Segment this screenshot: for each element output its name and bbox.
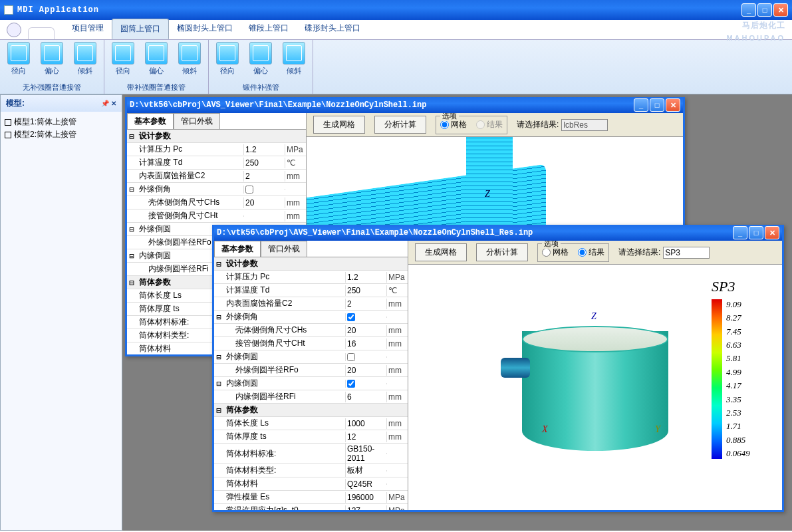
param-row[interactable]: 接管侧倒角尺寸CHt16mm (214, 337, 408, 350)
param-value[interactable]: 1000 (345, 418, 386, 429)
param-row[interactable]: 内表面腐蚀裕量C22mm (214, 297, 408, 311)
param-value[interactable]: 20 (345, 325, 386, 336)
result-select[interactable] (663, 247, 710, 259)
quick-access[interactable] (28, 27, 55, 39)
expand-icon[interactable]: ⊟ (214, 259, 223, 269)
child-minimize[interactable]: _ (733, 226, 747, 239)
radio-result[interactable]: 结果 (476, 119, 503, 130)
param-grid[interactable]: ⊟设计参数计算压力 Pc1.2MPa计算温度 Td250℃内表面腐蚀裕量C22m… (214, 257, 408, 510)
param-row[interactable]: 筒体长度 Ls1000mm (214, 417, 408, 430)
param-checkbox[interactable] (245, 186, 253, 194)
param-row[interactable]: 弹性模量 Es196000MPa (214, 491, 408, 504)
param-row[interactable]: 筒体材料Q245R (214, 477, 408, 491)
ribbon-button[interactable]: 偏心 (247, 42, 274, 81)
param-row[interactable]: 外缘倒圆半径RFo20mm (214, 364, 408, 377)
expand-icon[interactable]: ⊟ (214, 313, 223, 322)
param-row[interactable]: ⊟外缘倒角 (127, 183, 306, 196)
menu-item[interactable]: 椭圆封头上管口 (169, 19, 241, 39)
param-value[interactable]: 250 (345, 285, 386, 296)
param-row[interactable]: 计算压力 Pc1.2MPa (214, 271, 408, 284)
ribbon-button[interactable]: 径向 (5, 42, 32, 81)
expand-icon[interactable]: ⊟ (127, 251, 136, 261)
param-value[interactable]: 16 (345, 338, 386, 349)
child-close[interactable]: ✕ (765, 226, 779, 239)
param-row[interactable]: 筒体材料类型:板材 (214, 464, 408, 477)
param-value[interactable]: 板材 (345, 464, 386, 477)
param-row[interactable]: 筒体材料标准:GB150-2011 (214, 444, 408, 464)
param-checkbox[interactable] (347, 353, 355, 361)
tree-item[interactable]: 模型2:筒体上接管 (5, 128, 118, 141)
checkbox-icon[interactable] (5, 119, 11, 126)
param-value[interactable]: 1.2 (345, 272, 386, 283)
expand-icon[interactable]: ⊟ (127, 185, 136, 194)
param-value[interactable] (243, 215, 285, 217)
result-canvas[interactable]: Z X Y SP3 9.098.277.456.635.814.994.173.… (408, 265, 782, 510)
radio-result[interactable]: 结果 (578, 247, 604, 258)
param-row[interactable]: 壳体侧倒角尺寸CHs20mm (214, 324, 408, 337)
expand-icon[interactable]: ⊟ (127, 132, 136, 141)
param-value[interactable]: 1.2 (243, 144, 285, 155)
child-titlebar[interactable]: D:\vtk56\cbProj\AVS_Viewer\Final\Example… (127, 97, 683, 113)
param-row[interactable]: 筒体厚度 ts12mm (214, 430, 408, 444)
param-row[interactable]: 内缘倒圆半径RFi6mm (214, 390, 408, 404)
minimize-button[interactable]: _ (741, 3, 756, 17)
param-value[interactable]: Q245R (345, 479, 386, 489)
param-value[interactable]: 20 (243, 198, 285, 208)
gen-mesh-button[interactable]: 生成网格 (415, 243, 467, 261)
child-maximize[interactable]: □ (749, 226, 763, 239)
param-value[interactable]: 2 (345, 299, 386, 309)
param-row[interactable]: 壳体侧倒角尺寸CHs20mm (127, 196, 306, 209)
child-titlebar[interactable]: D:\vtk56\cbProj\AVS_Viewer\Final\Example… (214, 225, 782, 241)
param-row[interactable]: 计算温度 Td250℃ (127, 156, 306, 170)
pin-icon[interactable]: 📌 ✕ (101, 100, 116, 107)
param-row[interactable]: 计算温度 Td250℃ (214, 284, 408, 297)
result-select[interactable] (561, 119, 608, 131)
param-value[interactable]: 6 (345, 392, 386, 402)
ribbon-button[interactable]: 径向 (110, 42, 136, 81)
param-value[interactable]: 137 (345, 505, 386, 511)
menu-item[interactable]: 圆筒上管口 (112, 19, 169, 39)
param-row[interactable]: 常温许用应力[σ]s_t0137MPa (214, 504, 408, 510)
tree-item[interactable]: 模型1:筒体上接管 (5, 116, 118, 128)
ribbon-button[interactable]: 偏心 (143, 42, 170, 81)
param-value[interactable]: 196000 (345, 492, 386, 503)
param-value[interactable]: 12 (345, 432, 386, 442)
param-checkbox[interactable] (347, 380, 355, 388)
param-row[interactable]: ⊟设计参数 (214, 257, 408, 271)
param-value[interactable]: 20 (345, 365, 386, 376)
radio-mesh[interactable]: 网格 (440, 119, 467, 130)
param-row[interactable]: ⊟外缘倒圆 (214, 350, 408, 364)
close-button[interactable]: ✕ (773, 3, 788, 17)
expand-icon[interactable]: ⊟ (214, 352, 223, 362)
param-row[interactable]: ⊟内缘倒圆 (214, 377, 408, 390)
maximize-button[interactable]: □ (757, 3, 772, 17)
child-close[interactable]: ✕ (666, 98, 680, 112)
menu-item[interactable]: 锥段上管口 (241, 19, 297, 39)
param-row[interactable]: 内表面腐蚀裕量C22mm (127, 170, 306, 183)
tab-ext[interactable]: 管口外载 (174, 113, 220, 129)
calc-button[interactable]: 分析计算 (476, 243, 528, 261)
app-orb[interactable] (7, 23, 21, 37)
tab-basic[interactable]: 基本参数 (214, 241, 261, 257)
expand-icon[interactable]: ⊟ (214, 379, 223, 388)
param-checkbox[interactable] (347, 313, 355, 321)
menu-item[interactable]: 碟形封头上管口 (297, 19, 368, 39)
child-minimize[interactable]: _ (634, 98, 648, 112)
ribbon-button[interactable]: 倾斜 (72, 42, 98, 81)
ribbon-button[interactable]: 倾斜 (176, 42, 203, 81)
radio-mesh[interactable]: 网格 (542, 247, 569, 258)
param-value[interactable]: 250 (243, 158, 285, 168)
tab-basic[interactable]: 基本参数 (127, 113, 174, 129)
expand-icon[interactable]: ⊟ (214, 406, 223, 415)
tab-ext[interactable]: 管口外载 (261, 241, 307, 257)
param-row[interactable]: ⊟外缘倒角 (214, 311, 408, 324)
menu-item[interactable]: 项目管理 (64, 19, 112, 39)
ribbon-button[interactable]: 倾斜 (281, 42, 307, 81)
param-row[interactable]: 接管侧倒角尺寸CHtmm (127, 209, 306, 223)
param-row[interactable]: ⊟设计参数 (127, 130, 306, 143)
expand-icon[interactable]: ⊟ (127, 278, 136, 287)
param-row[interactable]: ⊟筒体参数 (214, 404, 408, 417)
calc-button[interactable]: 分析计算 (374, 116, 426, 134)
ribbon-button[interactable]: 偏心 (39, 42, 65, 81)
gen-mesh-button[interactable]: 生成网格 (313, 116, 365, 134)
